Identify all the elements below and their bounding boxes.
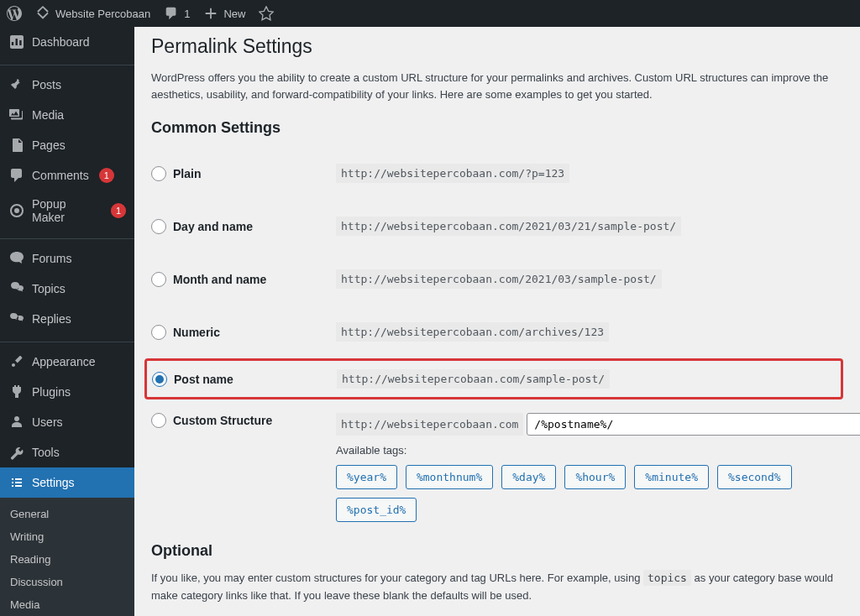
menu-settings[interactable]: Settings [0,467,134,498]
site-link[interactable]: Website Percobaan [35,6,150,21]
page-icon [8,137,25,154]
menu-posts[interactable]: Posts [0,70,134,100]
optional-text-1: If you like, you may enter custom struct… [151,572,643,584]
menu-comments[interactable]: Comments 1 [0,160,134,191]
settings-submenu: General Writing Reading Discussion Media… [0,498,134,616]
brush-icon [8,353,25,370]
menu-label: Popup Maker [32,197,101,224]
option-post-name-label[interactable]: Post name [152,372,337,387]
menu-label: Tools [32,446,60,459]
option-month-name-example: http://websitepercobaan.com/2021/03/samp… [336,269,662,289]
option-plain: Plain http://websitepercobaan.com/?p=123 [151,147,843,200]
menu-label: Forums [32,252,71,265]
tag-minute[interactable]: %minute% [634,465,709,489]
menu-topics[interactable]: Topics [0,274,134,304]
option-day-name-label[interactable]: Day and name [151,219,336,234]
submenu-writing[interactable]: Writing [0,525,134,548]
tag-monthnum[interactable]: %monthnum% [406,465,493,489]
admin-toolbar: Website Percobaan 1 New [0,0,860,27]
new-link[interactable]: New [203,6,245,21]
option-month-name-label[interactable]: Month and name [151,272,336,287]
tag-second[interactable]: %second% [717,465,792,489]
wp-logo[interactable] [7,6,22,21]
user-icon [8,414,25,431]
media-icon [8,107,25,123]
page-intro: WordPress offers you the ability to crea… [151,70,843,102]
submenu-discussion[interactable]: Discussion [0,571,134,593]
page-title: Permalink Settings [151,35,843,58]
tag-post-id[interactable]: %post_id% [336,498,417,522]
option-plain-example: http://websitepercobaan.com/?p=123 [336,164,569,183]
option-plain-label[interactable]: Plain [151,166,336,181]
menu-label: Posts [32,78,61,91]
menu-separator [0,235,134,239]
plug-icon [8,384,25,400]
option-custom: Custom Structure http://websitepercobaan… [151,399,843,535]
popup-icon [8,202,25,219]
radio-day-name[interactable] [151,219,166,234]
menu-label: Media [32,108,64,122]
option-numeric-label[interactable]: Numeric [151,325,336,340]
comments-count: 1 [184,8,190,20]
option-label-text: Numeric [173,326,220,339]
menu-separator [0,338,134,342]
forums-icon [8,250,25,267]
optional-heading: Optional [151,542,843,560]
optional-code: topics [643,570,691,586]
comments-link[interactable]: 1 [164,6,190,21]
tag-hour[interactable]: %hour% [564,465,626,489]
menu-pages[interactable]: Pages [0,130,134,160]
submenu-media[interactable]: Media [0,593,134,616]
custom-base-url: http://websitepercobaan.com [336,413,523,436]
submenu-general[interactable]: General [0,503,134,525]
badge: 1 [111,203,126,218]
tag-day[interactable]: %day% [501,465,556,489]
menu-replies[interactable]: Replies [0,304,134,334]
wrench-icon [8,444,25,461]
extra-icon[interactable] [259,6,274,21]
menu-forums[interactable]: Forums [0,243,134,274]
radio-plain[interactable] [151,166,166,181]
menu-popup-maker[interactable]: Popup Maker 1 [0,191,134,231]
menu-tools[interactable]: Tools [0,437,134,467]
comment-icon [8,167,25,184]
option-numeric: Numeric http://websitepercobaan.com/arch… [151,305,843,358]
menu-users[interactable]: Users [0,407,134,437]
available-tags-label: Available tags: [336,444,860,457]
common-settings-heading: Common Settings [151,119,843,137]
menu-label: Pages [32,138,66,152]
menu-appearance[interactable]: Appearance [0,347,134,377]
option-numeric-example: http://websitepercobaan.com/archives/123 [336,322,609,342]
custom-structure-input[interactable] [527,413,860,436]
menu-dashboard[interactable]: Dashboard [0,27,134,57]
option-label-text: Plain [173,167,201,180]
submenu-reading[interactable]: Reading [0,548,134,571]
optional-desc: If you like, you may enter custom struct… [151,570,843,605]
menu-label: Dashboard [32,35,90,49]
menu-media[interactable]: Media [0,100,134,130]
radio-month-name[interactable] [151,272,166,287]
radio-numeric[interactable] [151,325,166,340]
option-custom-label[interactable]: Custom Structure [151,413,336,428]
sliders-icon [8,474,25,491]
replies-icon [8,311,25,327]
pin-icon [8,76,25,93]
menu-label: Appearance [32,355,96,368]
option-label-text: Custom Structure [173,414,272,427]
option-month-name: Month and name http://websitepercobaan.c… [151,253,843,305]
option-label-text: Month and name [173,273,266,286]
menu-label: Plugins [32,385,71,399]
tag-year[interactable]: %year% [336,465,397,489]
menu-label: Users [32,415,63,429]
radio-custom[interactable] [151,413,166,428]
option-label-text: Day and name [173,220,253,233]
option-day-name-example: http://websitepercobaan.com/2021/03/21/s… [336,217,681,236]
radio-post-name[interactable] [152,372,167,387]
option-day-name: Day and name http://websitepercobaan.com… [151,200,843,253]
badge: 1 [99,168,114,183]
topics-icon [8,280,25,297]
menu-label: Settings [32,476,75,489]
option-post-name: Post name http://websitepercobaan.com/sa… [144,358,843,399]
menu-plugins[interactable]: Plugins [0,377,134,407]
admin-sidebar: Dashboard Posts Media Pages Comments 1 P… [0,27,134,616]
